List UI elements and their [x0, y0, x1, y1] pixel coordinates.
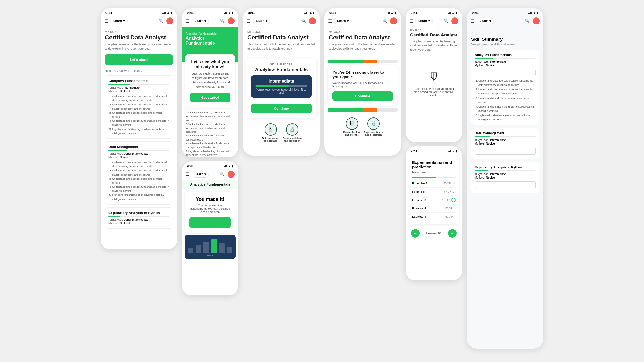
start-button-1[interactable]: Let's start!: [105, 54, 173, 65]
skill-target-python: Target level: Upper Intermediate: [108, 218, 169, 221]
time-1: 9:41: [105, 11, 112, 15]
skill-my-analytics: My level: No level: [108, 90, 169, 93]
progress-bar-7: [412, 177, 456, 178]
skill-update-label-4: SKILL UPDATE: [251, 63, 312, 66]
skill-update-card-4: SKILL UPDATE Analytics Fundamentals Inte…: [246, 58, 316, 118]
learn-button-3[interactable]: Learn ▾: [192, 171, 209, 178]
wifi-icon-2: ▲: [228, 11, 231, 14]
summary-analytics-name: Analytics Fundamentals: [475, 53, 536, 57]
learn-button-2[interactable]: Learn ▾: [192, 18, 209, 24]
status-icons-4: ▲ ▮: [304, 11, 315, 14]
nav-right-6: 🔍: [444, 17, 458, 24]
learn-button-1[interactable]: Learn ▾: [110, 18, 128, 24]
learn-button-8[interactable]: Learn ▾: [477, 18, 494, 24]
hamburger-icon-1[interactable]: ☰: [104, 19, 108, 24]
datacamp-logo-icon: [428, 71, 440, 83]
skill-name-python: Exploratory Analysis in Python: [108, 211, 169, 215]
search-icon-6[interactable]: 🔍: [444, 19, 449, 23]
wifi-icon-1: ▲: [167, 11, 170, 14]
xp-2: 60 XP: [444, 190, 451, 193]
screen-done: 9:41 ▲ ▮ ☰ Learn ▾: [182, 161, 238, 295]
continue-btn-5[interactable]: Continue: [332, 91, 393, 101]
content-5: MY GOAL Certified Data Analyst This plan…: [324, 27, 401, 58]
wifi-icon-7: ▲: [452, 150, 455, 153]
wifi-icon-8: ▲: [533, 11, 536, 14]
goal-desc-1: This plan covers all of the learning mod…: [105, 42, 173, 51]
summary-datamgmt-input[interactable]: [475, 147, 536, 155]
modal-btn-2[interactable]: Get started: [190, 93, 230, 102]
skill-icons-5: 🗄 Data collection and storage 🔬 Experime…: [324, 114, 401, 140]
nav-bar-8: ☰ Learn ▾ 🔍: [467, 16, 543, 27]
skill-target-analytics: Target level: Intermediate: [108, 86, 169, 89]
search-icon-8[interactable]: 🔍: [525, 19, 530, 23]
status-icons-5: ▲ ▮: [386, 11, 396, 14]
goal-title-6: Certified Data Analyst: [410, 32, 458, 38]
next-btn-7[interactable]: →: [448, 229, 457, 238]
my-goal-label-4: MY GOAL: [247, 31, 315, 34]
search-icon-5[interactable]: 🔍: [382, 19, 387, 23]
exercise-row-5[interactable]: Exercise 5 50 XP ›: [412, 213, 456, 221]
goal-title-4: Certified Data Analyst: [247, 34, 315, 41]
check-icon-2: ✓: [452, 190, 456, 194]
avatar-2: [228, 17, 235, 24]
exercise-row-2[interactable]: Excercise 2 60 XP ✓: [412, 188, 456, 196]
hamburger-icon-2[interactable]: ☰: [186, 19, 189, 24]
status-bar-3: 9:41 ▲ ▮: [182, 161, 238, 169]
summary-python-input[interactable]: [475, 181, 536, 189]
signal-icon-6: [448, 12, 451, 14]
bar4: [165, 12, 166, 14]
search-icon-4[interactable]: 🔍: [301, 19, 306, 23]
search-icon-2[interactable]: 🔍: [220, 19, 225, 23]
status-bar-7: 9:41 ▲ ▮: [406, 146, 462, 154]
summary-python-bar: [475, 170, 536, 171]
exercise-row-3[interactable]: Exercise 3 50 XP: [412, 196, 456, 204]
skill-icon-experiment: 🔬 Experimentation and prediction: [283, 123, 302, 142]
time-6: 9:41: [411, 11, 418, 15]
nav-left-1: ☰ Learn ▾: [104, 18, 128, 24]
summary-analytics-input[interactable]: [475, 69, 536, 76]
section-title-3: Analytics Fundamentals: [186, 182, 235, 186]
screen-closer: 9:41 ▲ ▮ ☰ Learn ▾ 🔍: [324, 8, 401, 156]
content-4: MY GOAL Certified Data Analyst This plan…: [243, 27, 320, 58]
badge-level-4: Intermediate: [255, 79, 307, 84]
prev-btn-7[interactable]: ←: [411, 229, 420, 238]
skill-list-datamgmt: Understand, describe, and interpret fund…: [108, 160, 169, 201]
skill-bar-analytics: [108, 84, 169, 85]
badge-bar-4: [255, 85, 307, 87]
screen-skill-summary: 9:41 ▲ ▮ ☰ Learn ▾ 🔍: [467, 8, 543, 349]
xp-1: 60 XP: [444, 182, 451, 185]
back-button-8[interactable]: ←: [471, 29, 539, 35]
exercise-name-5: Exercise 5: [412, 215, 426, 218]
learn-button-5[interactable]: Learn ▾: [334, 18, 352, 24]
hamburger-icon-6[interactable]: ☰: [409, 19, 413, 24]
nav-left-3: ☰ Learn ▾: [186, 171, 209, 178]
status-bar-1: 9:41 ▲ ▮: [101, 8, 177, 16]
chevron-down-icon-8: ▾: [489, 19, 491, 23]
search-icon-1[interactable]: 🔍: [159, 19, 164, 23]
exercise-row-1[interactable]: Excercise 1 60 XP ✓: [412, 179, 456, 188]
skill-fill-analytics: [108, 84, 130, 85]
time-7: 9:41: [411, 149, 418, 153]
hamburger-icon-4[interactable]: ☰: [247, 19, 251, 24]
skills-label-1: SKILLS YOU WILL LEARN: [105, 70, 173, 73]
nav-right-1: 🔍: [159, 17, 173, 24]
status-icons-2: ▲ ▮: [224, 11, 233, 14]
chevron-down-icon-3: ▾: [204, 172, 206, 176]
hamburger-icon-3[interactable]: ☰: [186, 172, 189, 177]
time-2: 9:41: [187, 11, 194, 15]
learn-button-4[interactable]: Learn ▾: [253, 18, 270, 24]
continue-btn-4[interactable]: Continue: [251, 104, 312, 113]
learn-button-6[interactable]: Learn ▾: [415, 18, 433, 24]
search-icon-3[interactable]: 🔍: [220, 172, 225, 177]
hamburger-icon-5[interactable]: ☰: [328, 19, 332, 24]
status-icons-6: ▲ ▮: [448, 11, 457, 14]
modal-wrapper-2: Let's see what you already know! Let's d…: [182, 54, 238, 108]
hamburger-icon-8[interactable]: ☰: [471, 19, 474, 24]
arrow-button-3[interactable]: →: [189, 217, 231, 228]
arrow-icon-4: ›: [454, 206, 456, 210]
nav-left-6: ☰ Learn ▾: [409, 18, 433, 24]
lesson-counter-7: Lesson 2/3: [426, 232, 442, 235]
chart-bars: [187, 237, 233, 253]
exercise-row-4[interactable]: Exercise 4 50 XP ›: [412, 204, 456, 213]
nav-left-4: ☰ Learn ▾: [247, 18, 270, 24]
